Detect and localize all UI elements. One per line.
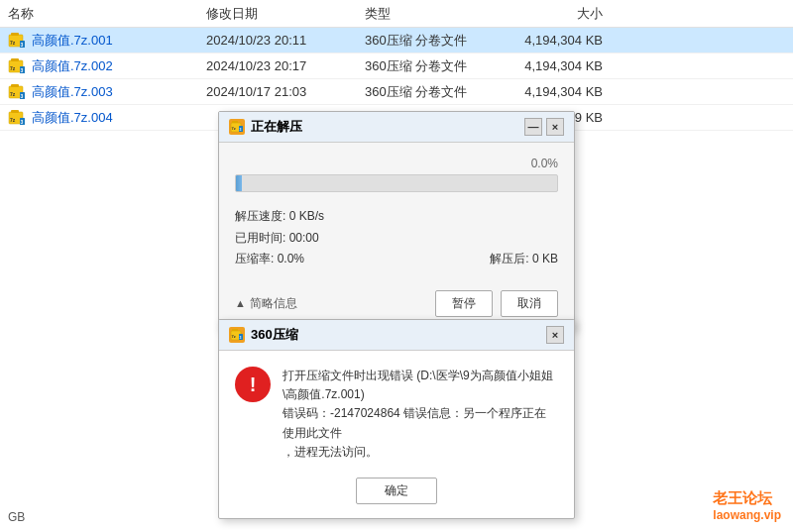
progress-bar <box>235 174 558 192</box>
svg-text:7z: 7z <box>10 65 16 71</box>
svg-text:3: 3 <box>240 128 242 132</box>
error-dialog-titlebar: 7z 3 360压缩 × <box>219 320 574 351</box>
svg-text:3: 3 <box>240 336 242 340</box>
progress-percent-label: 0.0% <box>235 157 558 170</box>
col-header-size: 大小 <box>484 5 603 23</box>
svg-text:7z: 7z <box>10 40 16 46</box>
decompress-close-button[interactable]: × <box>546 118 564 136</box>
file-size: 4,194,304 KB <box>484 33 603 48</box>
watermark-text: 老王论坛 <box>713 489 781 508</box>
file-name: 高颜值.7z.003 <box>32 83 113 101</box>
svg-rect-26 <box>232 329 238 331</box>
svg-text:3: 3 <box>21 66 24 72</box>
file-name-cell: 7z 3 高颜值.7z.002 <box>8 57 206 75</box>
error-dialog-footer: 确定 <box>219 470 574 518</box>
error-title-icon: 7z 3 <box>229 327 245 343</box>
table-row[interactable]: 7z 3 高颜值.7z.003 2024/10/17 21:03 360压缩 分… <box>0 79 793 105</box>
col-header-date: 修改日期 <box>206 5 365 23</box>
file-name: 高颜值.7z.004 <box>32 109 113 127</box>
svg-text:3: 3 <box>21 41 24 47</box>
decompress-dialog-body: 0.0% 解压速度: 0 KB/s 已用时间: 00:00 压缩率: 0.0% … <box>219 143 574 282</box>
svg-rect-6 <box>11 58 19 61</box>
watermark-url: laowang.vip <box>713 508 781 522</box>
file-icon: 7z 3 <box>8 110 26 126</box>
error-line1: 打开压缩文件时出现错误 (D:\医学\9为高颜值小姐姐\高颜值.7z.001) <box>283 367 558 404</box>
error-body: ! 打开压缩文件时出现错误 (D:\医学\9为高颜值小姐姐\高颜值.7z.001… <box>219 351 574 470</box>
ratio-info-row: 压缩率: 0.0% 解压后: 0 KB <box>235 249 558 270</box>
after-label: 解压后: 0 KB <box>490 249 558 270</box>
table-row[interactable]: 7z 3 高颜值.7z.002 2024/10/23 20:17 360压缩 分… <box>0 53 793 79</box>
summary-toggle[interactable]: ▲ 简略信息 <box>235 295 427 312</box>
svg-text:3: 3 <box>21 118 24 124</box>
file-name-cell: 7z 3 高颜值.7z.004 <box>8 109 206 127</box>
file-size: 4,194,304 KB <box>484 84 603 99</box>
pause-button[interactable]: 暂停 <box>435 290 493 317</box>
file-size: 4,194,304 KB <box>484 58 603 73</box>
error-exclamation: ! <box>250 373 257 396</box>
file-type: 360压缩 分卷文件 <box>365 32 484 50</box>
file-type: 360压缩 分卷文件 <box>365 57 484 75</box>
svg-text:7z: 7z <box>10 117 16 123</box>
file-date: 2024/10/23 20:17 <box>206 58 365 73</box>
error-message: 打开压缩文件时出现错误 (D:\医学\9为高颜值小姐姐\高颜值.7z.001) … <box>283 367 558 462</box>
error-dialog-controls: × <box>546 326 564 344</box>
error-detail: ，进程无法访问。 <box>283 443 558 462</box>
error-close-button[interactable]: × <box>546 326 564 344</box>
time-info: 已用时间: 00:00 <box>235 228 558 250</box>
table-row[interactable]: 7z 3 高颜值.7z.001 2024/10/23 20:11 360压缩 分… <box>0 28 793 53</box>
svg-rect-16 <box>11 110 19 113</box>
file-explorer: 名称 修改日期 类型 大小 7z 3 高颜值.7z.001 2024/10/23… <box>0 0 793 532</box>
confirm-button[interactable]: 确定 <box>356 478 437 504</box>
table-header: 名称 修改日期 类型 大小 <box>0 0 793 28</box>
file-name-cell: 7z 3 高颜值.7z.003 <box>8 83 206 101</box>
svg-rect-11 <box>11 84 19 87</box>
svg-rect-21 <box>232 121 238 123</box>
svg-text:3: 3 <box>21 92 24 98</box>
decompress-title: 正在解压 <box>251 118 302 136</box>
file-date: 2024/10/17 21:03 <box>206 84 365 99</box>
file-icon: 7z 3 <box>8 33 26 49</box>
file-icon: 7z 3 <box>8 58 26 74</box>
watermark: 老王论坛 laowang.vip <box>713 489 781 522</box>
decompress-dialog-controls: — × <box>524 118 564 136</box>
progress-bar-fill <box>236 175 242 191</box>
svg-text:7z: 7z <box>232 334 236 339</box>
decompress-dialog: 7z 3 正在解压 — × 0.0% 解压速度: 0 KB/s 已用时间: 00… <box>218 111 575 330</box>
summary-label: 简略信息 <box>250 295 297 312</box>
decompress-minimize-button[interactable]: — <box>524 118 542 136</box>
svg-rect-1 <box>11 33 19 36</box>
decompress-dialog-titlebar: 7z 3 正在解压 — × <box>219 112 574 143</box>
file-date: 2024/10/23 20:11 <box>206 33 365 48</box>
col-header-name: 名称 <box>8 5 206 23</box>
file-name: 高颜值.7z.002 <box>32 57 113 75</box>
file-name-cell: 7z 3 高颜值.7z.001 <box>8 32 206 50</box>
speed-info: 解压速度: 0 KB/s <box>235 206 558 228</box>
error-icon: ! <box>235 367 271 402</box>
bottom-gb-text: GB <box>8 510 25 524</box>
svg-text:7z: 7z <box>10 91 16 97</box>
decompress-title-icon: 7z 3 <box>229 119 245 135</box>
error-code: 错误码：-2147024864 错误信息：另一个程序正在使用此文件 <box>283 404 558 442</box>
col-header-type: 类型 <box>365 5 484 23</box>
file-name: 高颜值.7z.001 <box>32 32 113 50</box>
ratio-label: 压缩率: 0.0% <box>235 249 304 270</box>
file-type: 360压缩 分卷文件 <box>365 83 484 101</box>
error-dialog: 7z 3 360压缩 × ! 打开压缩文件时出现错误 (D:\医学\9为高颜值小… <box>218 319 575 519</box>
error-dialog-title: 360压缩 <box>251 326 298 344</box>
svg-text:7z: 7z <box>232 126 236 131</box>
file-icon: 7z 3 <box>8 84 26 100</box>
cancel-button[interactable]: 取消 <box>501 290 558 317</box>
